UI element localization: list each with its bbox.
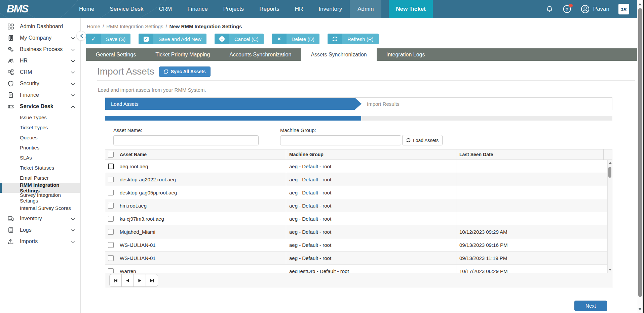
breadcrumb-home[interactable]: Home: [87, 24, 100, 29]
row-checkbox[interactable]: [108, 242, 114, 248]
sidebar-item-service-desk[interactable]: Service Desk: [0, 101, 80, 112]
column-header-machine-group[interactable]: Machine Group: [286, 149, 456, 160]
tab-ticket-priority-mapping[interactable]: Ticket Priority Mapping: [146, 48, 220, 61]
nav-item-home[interactable]: Home: [71, 0, 102, 18]
sidebar-item-slas[interactable]: SLAs: [0, 152, 80, 163]
archive-icon: [7, 227, 15, 233]
row-checkbox[interactable]: [108, 164, 114, 169]
row-checkbox[interactable]: [108, 203, 114, 209]
table-row[interactable]: WS-IJULIAN-01 aeg - Default - root 09/13…: [105, 238, 612, 252]
sidebar-item-my-company[interactable]: My Company: [0, 32, 80, 44]
save-and-add-new-button[interactable]: ✓ Save and Add New: [139, 34, 206, 44]
sidebar-collapse-button[interactable]: [76, 31, 86, 41]
row-checkbox[interactable]: [108, 190, 114, 195]
scroll-up-icon[interactable]: [637, 1, 643, 7]
help-icon[interactable]: ?: [563, 5, 571, 13]
sidebar-item-finance[interactable]: $ Finance: [0, 89, 80, 101]
row-checkbox[interactable]: [108, 255, 114, 261]
sidebar-item-imports[interactable]: Imports: [0, 236, 80, 247]
column-header-asset-name[interactable]: Asset Name: [117, 152, 286, 157]
window-scrollbar-thumb[interactable]: [638, 8, 642, 297]
sidebar-item-internal-survey-scores[interactable]: Internal Survey Scores: [0, 203, 80, 213]
table-scrollbar[interactable]: [607, 160, 612, 273]
wizard-step-import-results[interactable]: Import Results: [367, 98, 400, 110]
row-checkbox[interactable]: [108, 268, 114, 273]
nav-item-hr[interactable]: HR: [287, 0, 311, 18]
row-checkbox[interactable]: [108, 177, 114, 182]
machine-group-input[interactable]: [280, 135, 401, 145]
sidebar-item-ticket-statuses[interactable]: Ticket Statuses: [0, 163, 80, 173]
sidebar-item-rmm-integration-settings[interactable]: RMM Integration Settings: [0, 183, 80, 193]
last-seen-cell: 10/17/2023 06:29 PM: [456, 265, 603, 273]
nav-item-finance[interactable]: Finance: [180, 0, 215, 18]
column-header-last-seen-date[interactable]: Last Seen Date: [456, 149, 603, 160]
user-menu[interactable]: Pavan: [580, 4, 609, 14]
tab-general-settings[interactable]: General Settings: [86, 48, 146, 61]
machine-group-cell: aeg - Default - root: [286, 238, 456, 251]
sidebar-item-hr[interactable]: HR: [0, 55, 80, 66]
asset-name-field: Asset Name:: [113, 127, 259, 145]
pagination-prev-button[interactable]: [121, 274, 134, 287]
pagination-first-button[interactable]: [109, 274, 122, 287]
nav-item-crm[interactable]: CRM: [151, 0, 180, 18]
pagination-last-button[interactable]: [146, 274, 158, 287]
check-icon: ✓: [86, 34, 101, 44]
tab-accounts-synchronization[interactable]: Accounts Synchronization: [220, 48, 301, 61]
table-row[interactable]: desktop-gag05pj.root.aeg aeg - Default -…: [105, 186, 612, 199]
select-all-checkbox[interactable]: [108, 152, 114, 158]
row-checkbox[interactable]: [108, 216, 114, 222]
notifications-bell-icon[interactable]: [545, 5, 554, 13]
scroll-down-icon[interactable]: [608, 267, 612, 272]
cancel-button[interactable]: – Cancel (C): [215, 34, 264, 44]
nav-item-reports[interactable]: Reports: [252, 0, 287, 18]
nav-item-service-desk[interactable]: Service Desk: [102, 0, 151, 18]
scroll-up-icon[interactable]: [608, 161, 612, 165]
save-button[interactable]: ✓ Save (S): [86, 34, 130, 44]
asset-name-cell: hm.root.aeg: [117, 203, 286, 209]
chevron-down-icon: [71, 92, 75, 98]
window-scrollbar[interactable]: [637, 0, 643, 313]
kaseya-logo[interactable]: 1K: [618, 4, 629, 14]
load-assets-button[interactable]: Load Assets: [402, 135, 443, 145]
table-row[interactable]: Warren aegTestOrg - Default - root 10/17…: [105, 265, 612, 273]
upload-icon: [7, 238, 15, 244]
table-row[interactable]: aeg.root.aeg aeg - Default - root: [105, 160, 612, 173]
wizard-step-load-assets[interactable]: Load Assets: [105, 98, 362, 110]
sidebar-item-email-parser[interactable]: Email Parser: [0, 173, 80, 183]
breadcrumb-current-page: New RMM Integration Settings: [169, 24, 242, 29]
table-row[interactable]: desktop-ag2022.root.aeg aeg - Default - …: [105, 173, 612, 186]
sync-all-assets-button[interactable]: Sync All Assets: [159, 66, 211, 77]
table-row[interactable]: Mujahed_Miami aeg - Default - root 10/12…: [105, 225, 612, 238]
table-row[interactable]: ka-cj97lm3.root.aeg aeg - Default - root: [105, 212, 612, 225]
pagination-next-button[interactable]: [134, 274, 146, 287]
breadcrumb-rmm-integration-settings[interactable]: RMM Integration Settings: [106, 24, 163, 29]
nav-item-projects[interactable]: Projects: [216, 0, 252, 18]
last-seen-cell: [456, 160, 603, 173]
asset-name-input[interactable]: [113, 135, 259, 145]
sidebar-item-queues[interactable]: Queues: [0, 132, 80, 142]
nav-item-inventory[interactable]: Inventory: [311, 0, 350, 18]
delete-button[interactable]: × Delete (D): [272, 34, 319, 44]
table-row[interactable]: WS-IJULIAN-01 aeg - Default - root 09/13…: [105, 252, 612, 265]
sidebar-item-security[interactable]: Security: [0, 78, 80, 89]
sidebar-item-inventory[interactable]: Inventory: [0, 213, 80, 224]
sidebar-item-crm[interactable]: CRM: [0, 66, 80, 78]
tab-integration-logs[interactable]: Integration Logs: [377, 48, 435, 61]
row-checkbox[interactable]: [108, 229, 114, 235]
scroll-down-icon[interactable]: [637, 306, 643, 312]
refresh-button[interactable]: Refresh (R): [328, 34, 379, 44]
table-row[interactable]: hm.root.aeg aeg - Default - root: [105, 199, 612, 212]
sidebar-item-priorities[interactable]: Priorities: [0, 142, 80, 152]
sidebar-item-issue-types[interactable]: Issue Types: [0, 112, 80, 122]
new-ticket-button[interactable]: New Ticket: [389, 0, 433, 18]
sidebar-item-logs[interactable]: Logs: [0, 224, 80, 236]
sidebar-item-admin-dashboard[interactable]: Admin Dashboard: [0, 21, 80, 32]
sidebar-item-ticket-types[interactable]: Ticket Types: [0, 122, 80, 132]
tab-assets-synchronization[interactable]: Assets Synchronization: [301, 48, 376, 61]
last-seen-cell: 09/13/2023 09:16 PM: [456, 238, 603, 251]
sidebar-item-survey-integration-settings[interactable]: Survey Integration Settings: [0, 193, 80, 203]
sidebar-item-business-process[interactable]: Business Process: [0, 44, 80, 55]
next-button[interactable]: Next: [574, 301, 607, 311]
nav-item-admin[interactable]: Admin: [350, 0, 381, 18]
table-scrollbar-thumb[interactable]: [608, 167, 611, 178]
